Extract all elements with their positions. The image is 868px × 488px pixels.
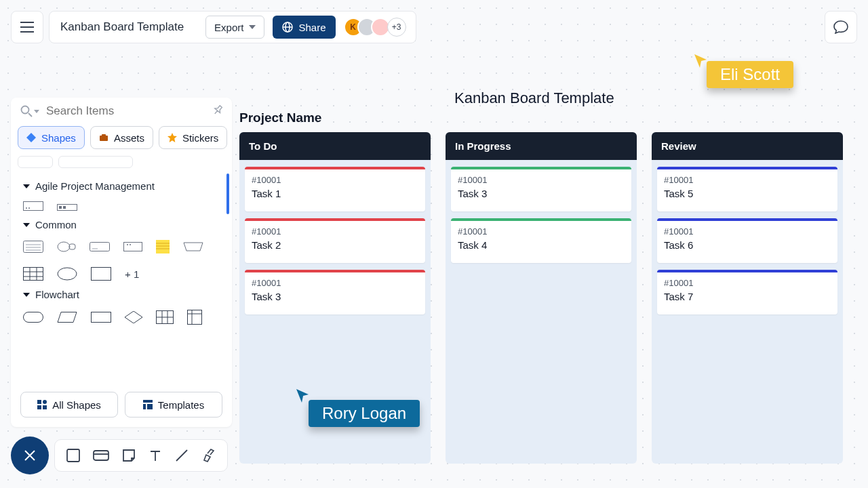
kanban-card[interactable]: #10001 Task 6 — [657, 218, 837, 263]
shape-keyboard[interactable] — [23, 241, 43, 253]
tool-tray — [54, 439, 228, 472]
canvas-title[interactable]: Kanban Board Template — [454, 89, 614, 107]
tool-card[interactable] — [93, 449, 109, 462]
tool-highlighter[interactable] — [201, 448, 216, 463]
scrollbar[interactable] — [226, 174, 229, 214]
card-title: Task 6 — [664, 239, 831, 251]
tool-text[interactable] — [149, 449, 162, 462]
shape-ellipse[interactable] — [57, 267, 77, 281]
caret-down-icon — [23, 223, 30, 227]
svg-rect-22 — [24, 312, 43, 323]
all-shapes-button[interactable]: All Shapes — [20, 392, 118, 418]
svg-rect-25 — [188, 310, 202, 325]
tab-stub[interactable] — [18, 156, 53, 168]
briefcase-icon — [99, 133, 108, 142]
tab-stub[interactable] — [58, 156, 133, 168]
chevron-down-icon — [249, 25, 256, 29]
section-common[interactable]: Common — [23, 219, 220, 230]
button-label: All Shapes — [52, 399, 101, 411]
templates-button[interactable]: Templates — [125, 392, 222, 418]
shape-grid3[interactable] — [156, 310, 174, 324]
chat-icon — [833, 20, 848, 34]
card-title: Task 3 — [458, 188, 625, 199]
shape-tray[interactable] — [183, 242, 203, 251]
shape-db[interactable] — [187, 310, 202, 325]
shape-process[interactable] — [91, 312, 111, 323]
tool-rectangle[interactable] — [66, 448, 81, 463]
kanban-card[interactable]: #10001 Task 2 — [245, 218, 425, 263]
tab-shapes[interactable]: Shapes — [18, 126, 85, 149]
shapes-more[interactable]: + 1 — [125, 268, 139, 280]
svg-rect-23 — [92, 312, 111, 323]
svg-rect-9 — [59, 206, 62, 209]
collaborator-cursor-rory: Rory Logan — [295, 388, 420, 427]
project-name[interactable]: Project Name — [239, 110, 321, 125]
kanban-card[interactable]: #10001 Task 3 — [451, 167, 631, 211]
column-header[interactable]: To Do — [239, 132, 431, 160]
section-flowchart[interactable]: Flowchart — [23, 289, 220, 300]
shape-input[interactable] — [90, 242, 110, 251]
card-id: #10001 — [458, 175, 625, 185]
svg-rect-28 — [37, 405, 41, 409]
shapes-icon — [37, 400, 47, 409]
chat-button[interactable] — [825, 11, 857, 43]
svg-rect-29 — [43, 405, 47, 409]
kanban-card[interactable]: #10001 Task 1 — [245, 167, 425, 211]
card-id: #10001 — [252, 278, 418, 288]
title-card: Kanban Board Template Export Share K +3 — [49, 11, 416, 43]
svg-rect-4 — [102, 134, 106, 136]
kanban-card[interactable]: #10001 Task 5 — [657, 167, 837, 211]
shape-card-wide[interactable] — [57, 201, 77, 211]
shape-decision[interactable] — [125, 311, 142, 323]
avatar-stack[interactable]: K +3 — [344, 18, 406, 37]
svg-rect-19 — [24, 268, 43, 281]
menu-button[interactable] — [11, 11, 43, 43]
kanban-card[interactable]: #10001 Task 7 — [657, 270, 837, 314]
search-icon[interactable] — [20, 105, 39, 117]
svg-rect-21 — [92, 268, 111, 281]
tool-line[interactable] — [174, 448, 189, 463]
avatar-overflow[interactable]: +3 — [387, 18, 406, 37]
tab-label: Stickers — [182, 132, 218, 144]
export-button[interactable]: Export — [205, 16, 264, 39]
collaborator-label: Eli Scott — [707, 61, 793, 88]
search-input[interactable] — [46, 104, 212, 118]
shape-sticky-note[interactable] — [156, 240, 170, 253]
shape-card-small[interactable] — [23, 201, 43, 211]
shape-rectangle[interactable] — [91, 267, 111, 281]
column-header[interactable]: In Progress — [446, 132, 637, 160]
hamburger-icon — [20, 22, 34, 33]
tab-assets[interactable]: Assets — [90, 126, 153, 149]
shape-parallelogram[interactable] — [57, 312, 77, 323]
svg-rect-14 — [90, 243, 110, 251]
section-agile[interactable]: Agile Project Management — [23, 180, 220, 192]
column-header[interactable]: Review — [652, 132, 843, 160]
shape-table[interactable] — [23, 267, 43, 281]
card-title: Task 7 — [664, 291, 831, 302]
close-fab[interactable] — [11, 436, 49, 474]
globe-icon — [282, 22, 293, 33]
share-button[interactable]: Share — [273, 16, 335, 39]
kanban-column-review[interactable]: Review #10001 Task 5 #10001 Task 6 #1000… — [652, 132, 843, 464]
cursor-arrow-icon — [295, 388, 311, 404]
svg-point-17 — [130, 244, 131, 245]
cursor-arrow-icon — [693, 53, 709, 69]
svg-point-7 — [28, 207, 30, 209]
shape-box-dots[interactable] — [123, 242, 142, 251]
kanban-column-inprogress[interactable]: In Progress #10001 Task 3 #10001 Task 4 — [446, 132, 637, 464]
shape-terminator[interactable] — [23, 312, 43, 323]
svg-rect-26 — [37, 400, 41, 404]
card-id: #10001 — [252, 226, 418, 237]
card-id: #10001 — [458, 226, 625, 237]
board-title[interactable]: Kanban Board Template — [60, 20, 184, 34]
svg-rect-31 — [143, 404, 146, 409]
svg-rect-11 — [24, 241, 43, 253]
tool-sticky[interactable] — [121, 448, 136, 463]
svg-point-6 — [26, 207, 27, 209]
tab-stickers[interactable]: Stickers — [159, 126, 227, 149]
kanban-card[interactable]: #10001 Task 4 — [451, 218, 631, 263]
svg-point-2 — [22, 106, 29, 114]
kanban-card[interactable]: #10001 Task 3 — [245, 270, 425, 314]
close-icon — [23, 449, 37, 462]
shape-chip[interactable] — [57, 241, 76, 253]
